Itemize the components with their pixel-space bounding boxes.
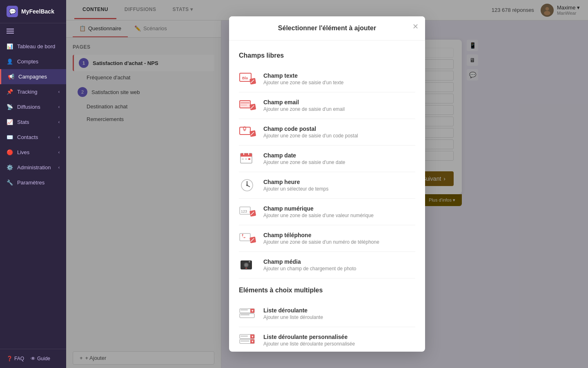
champ-media-desc: Ajouter un champ de chargement de photo (263, 266, 415, 272)
logo-icon: 💬 (7, 6, 18, 17)
champ-telephone-name: Champ téléphone (263, 232, 415, 238)
tracking-icon: 📌 (7, 89, 13, 95)
svg-rect-8 (241, 102, 249, 103)
field-item-champ-numerique[interactable]: 123 Champ numérique Ajouter une zone de … (239, 199, 415, 225)
champ-numerique-info: Champ numérique Ajouter une zone de sais… (263, 205, 415, 218)
chevron-icon: ‹ (58, 135, 60, 139)
champ-texte-info: Champ texte Ajouter une zone de saisie d… (263, 72, 415, 85)
sidebar-item-campagnes[interactable]: 📢 Campagnes (0, 69, 66, 84)
modal-body: Champs libres Bla (229, 40, 425, 352)
svg-text:123: 123 (241, 209, 247, 213)
field-item-champ-texte[interactable]: Bla Champ texte Ajouter une zone de sais… (239, 66, 415, 92)
champ-date-info: Champ date Ajouter une zone de saisie d'… (263, 152, 415, 165)
champ-telephone-desc: Ajouter une zone de saisie d'un numéro d… (263, 239, 415, 245)
chevron-icon: ‹ (58, 165, 60, 170)
field-item-champ-date[interactable]: Champ date Ajouter une zone de saisie d'… (239, 146, 415, 172)
chevron-icon: ‹ (58, 105, 60, 109)
section-title-champs-libres: Champs libres (239, 52, 415, 59)
sidebar-label: Lives (17, 149, 29, 155)
svg-point-38 (249, 261, 250, 263)
field-item-champ-media[interactable]: Champ média Ajouter un champ de chargeme… (239, 252, 415, 278)
svg-text:▾: ▾ (252, 334, 254, 339)
champ-code-postal-icon (239, 125, 257, 139)
liste-deroulante-name: Liste déroulante (263, 307, 415, 314)
settings-icon: 🔧 (7, 180, 13, 186)
modal-header: Sélectionner l'élément à ajouter ✕ (229, 16, 425, 40)
sidebar-label: Comptes (17, 58, 38, 65)
admin-icon: ⚙️ (7, 164, 13, 171)
champ-date-name: Champ date (263, 152, 415, 159)
sidebar-item-tableau-de-bord[interactable]: 📊 Tableau de bord (0, 39, 66, 54)
modal-overlay[interactable]: Sélectionner l'élément à ajouter ✕ Champ… (66, 0, 588, 368)
guide-link[interactable]: 👁 Guide (31, 356, 50, 361)
champ-numerique-desc: Ajouter une zone de saisie d'une valeur … (263, 213, 415, 218)
sidebar: 💬 MyFeelBack 📊 Tableau de bord 👤 Comptes… (0, 0, 66, 368)
modal-close-button[interactable]: ✕ (412, 23, 419, 30)
accounts-icon: 👤 (7, 58, 13, 65)
svg-rect-7 (240, 101, 250, 108)
champ-code-postal-info: Champ code postal Ajouter une zone de sa… (263, 126, 415, 139)
sidebar-bottom: ❓ FAQ 👁 Guide (0, 349, 66, 368)
sidebar-item-diffusions[interactable]: 📡 Diffusions ‹ (0, 99, 66, 114)
svg-point-13 (244, 128, 245, 129)
svg-rect-51 (241, 336, 248, 337)
sidebar-item-parametres[interactable]: 🔧 Paramètres (0, 175, 66, 190)
champ-email-info: Champ email Ajouter une zone de saisie d… (263, 99, 415, 112)
sidebar-item-contacts[interactable]: ✉️ Contacts ‹ (0, 130, 66, 145)
liste-deroulante-desc: Ajouter une liste déroulante (263, 314, 415, 320)
sidebar-nav: 📊 Tableau de bord 👤 Comptes 📢 Campagnes … (0, 39, 66, 349)
svg-rect-43 (241, 310, 248, 310)
liste-deroulante-info: Liste déroulante Ajouter une liste dérou… (263, 307, 415, 320)
svg-rect-40 (240, 314, 254, 318)
modal: Sélectionner l'élément à ajouter ✕ Champ… (229, 16, 425, 352)
liste-deroulante-perso-name: Liste déroulante personnalisée (263, 334, 415, 340)
sidebar-label: Campagnes (18, 74, 47, 80)
svg-text:▾: ▾ (252, 309, 254, 313)
liste-deroulante-perso-info: Liste déroulante personnalisée Ajouter u… (263, 334, 415, 347)
champ-email-icon (239, 98, 257, 113)
field-item-champ-email[interactable]: Champ email Ajouter une zone de saisie d… (239, 92, 415, 119)
main-content: CONTENU DIFFUSIONS STATS ▾ 123 678 répon… (66, 0, 588, 368)
champ-email-desc: Ajouter une zone de saisie d'un email (263, 106, 415, 112)
svg-rect-21 (242, 158, 244, 160)
sidebar-item-stats[interactable]: 📈 Stats ‹ (0, 114, 66, 130)
champ-heure-info: Champ heure Ajouter un sélecteur de temp… (263, 179, 415, 192)
stats-icon: 📈 (7, 119, 13, 125)
campaigns-icon: 📢 (8, 74, 14, 80)
champ-email-name: Champ email (263, 99, 415, 105)
champ-media-name: Champ média (263, 258, 415, 265)
sidebar-label: Paramètres (17, 180, 45, 186)
svg-point-27 (246, 184, 248, 186)
svg-rect-18 (241, 156, 252, 157)
faq-link[interactable]: ❓ FAQ (7, 356, 24, 361)
field-item-champ-heure[interactable]: Champ heure Ajouter un sélecteur de temp… (239, 172, 415, 199)
champ-telephone-info: Champ téléphone Ajouter une zone de sais… (263, 232, 415, 245)
guide-icon: 👁 (31, 356, 36, 361)
champ-texte-desc: Ajouter une zone de saisie d'un texte (263, 80, 415, 85)
app-name: MyFeelBack (21, 8, 54, 15)
champ-numerique-name: Champ numérique (263, 205, 415, 212)
sidebar-item-administration[interactable]: ⚙️ Administration ‹ (0, 160, 66, 175)
svg-rect-52 (241, 341, 249, 341)
hamburger-button[interactable] (0, 23, 66, 39)
sidebar-item-tracking[interactable]: 📌 Tracking ‹ (0, 84, 66, 99)
chevron-icon: ‹ (58, 150, 60, 155)
lives-icon: 🔴 (7, 149, 13, 155)
app-logo[interactable]: 💬 MyFeelBack (0, 0, 66, 23)
champ-date-icon (239, 151, 257, 166)
sidebar-item-lives[interactable]: 🔴 Lives ‹ (0, 145, 66, 160)
field-item-champ-code-postal[interactable]: Champ code postal Ajouter une zone de sa… (239, 119, 415, 146)
chevron-icon: ‹ (58, 120, 60, 124)
sidebar-label: Tableau de bord (17, 43, 55, 49)
sidebar-item-comptes[interactable]: 👤 Comptes (0, 54, 66, 69)
svg-rect-23 (248, 158, 250, 160)
champ-heure-icon (239, 178, 257, 193)
modal-title: Sélectionner l'élément à ajouter (278, 25, 376, 31)
svg-rect-9 (241, 105, 247, 105)
champ-texte-name: Champ texte (263, 72, 415, 79)
svg-text:Bla: Bla (242, 76, 248, 80)
field-item-liste-deroulante-perso[interactable]: ▾ ▾ Liste déroulante personnalisée Ajout… (239, 327, 415, 352)
svg-point-37 (245, 263, 248, 267)
field-item-champ-telephone[interactable]: Champ téléphone Ajouter une zone de sais… (239, 225, 415, 252)
field-item-liste-deroulante[interactable]: ▾ Liste déroulante Ajouter une liste dér… (239, 301, 415, 327)
